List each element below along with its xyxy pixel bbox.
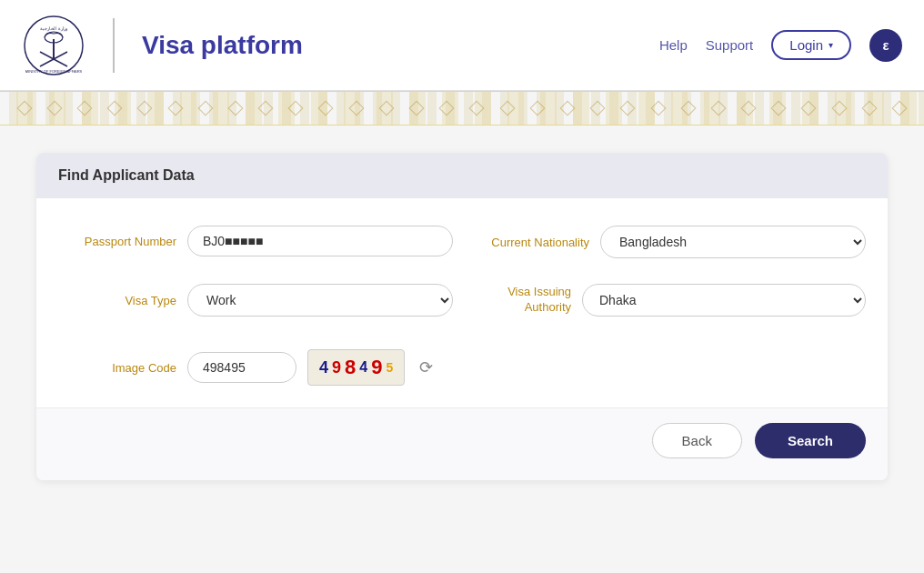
- decorative-banner: [0, 91, 924, 126]
- main-nav: Help Support Login ▾ ε: [659, 29, 902, 62]
- svg-text:وزارة الخارجية: وزارة الخارجية: [40, 25, 67, 32]
- svg-text:MINISTRY OF FOREIGN AFFAIRS: MINISTRY OF FOREIGN AFFAIRS: [25, 69, 83, 74]
- help-link[interactable]: Help: [659, 37, 688, 53]
- diamond-icon: [409, 101, 425, 116]
- diamond-icon: [348, 101, 364, 116]
- card-header: Find Applicant Data: [36, 153, 888, 198]
- diamond-icon: [529, 101, 545, 116]
- site-title: Visa platform: [142, 31, 303, 60]
- captcha-char-4: 4: [359, 359, 367, 376]
- diamond-icon: [258, 101, 274, 116]
- captcha-char-2: 9: [332, 358, 341, 377]
- passport-input[interactable]: [187, 226, 453, 256]
- main-content: Find Applicant Data Passport Number Curr…: [0, 126, 924, 508]
- diamond-row: [0, 103, 924, 114]
- card-body: Passport Number Current Nationality Bang…: [36, 198, 888, 407]
- visa-issuing-label: Visa IssuingAuthority: [471, 285, 571, 316]
- diamond-icon: [137, 101, 153, 116]
- captcha-input[interactable]: [187, 352, 296, 383]
- card-title: Find Applicant Data: [58, 167, 195, 183]
- support-link[interactable]: Support: [706, 37, 754, 53]
- dropdown-arrow-icon: ▾: [829, 40, 833, 50]
- diamond-icon: [469, 101, 485, 116]
- captcha-char-6: 5: [386, 360, 393, 375]
- back-button[interactable]: Back: [652, 423, 742, 458]
- diamond-icon: [439, 101, 455, 116]
- captcha-image: 4 9 8 4 9 5: [307, 349, 405, 386]
- captcha-char-1: 4: [319, 358, 328, 377]
- image-code-cell: Image Code 4 9 8 4 9 5 ⟳: [58, 342, 453, 386]
- diamond-icon: [801, 101, 817, 116]
- diamond-icon: [197, 101, 213, 116]
- diamond-icon: [861, 101, 877, 116]
- diamond-icon: [378, 101, 394, 116]
- diamond-icon: [620, 101, 636, 116]
- diamond-icon: [318, 101, 334, 116]
- diamond-icon: [46, 101, 62, 116]
- logo-divider: [113, 18, 115, 73]
- mfa-logo: وزارة الخارجية MINISTRY OF FOREIGN AFFAI…: [22, 14, 85, 77]
- captcha-char-3: 8: [345, 356, 356, 379]
- diamond-icon: [831, 101, 847, 116]
- refresh-captcha-button[interactable]: ⟳: [416, 354, 437, 381]
- image-code-label: Image Code: [58, 361, 176, 375]
- find-applicant-card: Find Applicant Data Passport Number Curr…: [36, 153, 888, 480]
- diamond-icon: [680, 101, 696, 116]
- diamond-icon: [167, 101, 183, 116]
- page-header: وزارة الخارجية MINISTRY OF FOREIGN AFFAI…: [0, 0, 924, 91]
- passport-label: Passport Number: [58, 235, 176, 248]
- visa-issuing-row: Visa IssuingAuthority Dhaka Riyadh Jedda…: [471, 284, 866, 317]
- visa-issuing-select[interactable]: Dhaka Riyadh Jeddah Medina Dammam: [582, 284, 866, 317]
- visa-type-cell: Visa Type Work Tourist Business Student …: [58, 284, 453, 317]
- diamond-icon: [892, 101, 908, 116]
- logo-area: وزارة الخارجية MINISTRY OF FOREIGN AFFAI…: [22, 14, 303, 77]
- nationality-label: Current Nationality: [471, 236, 589, 249]
- diamond-icon: [771, 101, 787, 116]
- diamond-icon: [741, 101, 757, 116]
- diamond-icon: [559, 101, 575, 116]
- diamond-icon: [710, 101, 726, 116]
- diamond-icon: [76, 101, 92, 116]
- visa-issuing-cell: Visa IssuingAuthority Dhaka Riyadh Jedda…: [471, 284, 866, 317]
- diamond-icon: [227, 101, 243, 116]
- login-button[interactable]: Login ▾: [771, 30, 851, 60]
- user-avatar[interactable]: ε: [869, 29, 902, 62]
- passport-row: Passport Number: [58, 226, 453, 256]
- nationality-select[interactable]: Bangladesh India Pakistan Saudi Arabia U…: [600, 226, 866, 258]
- captcha-char-5: 9: [371, 356, 382, 379]
- left-column: Passport Number: [58, 226, 453, 258]
- visa-type-label: Visa Type: [58, 294, 176, 307]
- diamond-icon: [650, 101, 666, 116]
- image-code-row: Image Code 4 9 8 4 9 5 ⟳: [58, 349, 453, 386]
- visa-type-row: Visa Type Work Tourist Business Student …: [58, 284, 453, 317]
- search-button[interactable]: Search: [755, 423, 866, 458]
- card-footer: Back Search: [36, 407, 888, 480]
- diamond-icon: [499, 101, 515, 116]
- nationality-row: Current Nationality Bangladesh India Pak…: [471, 226, 866, 258]
- diamond-icon: [590, 101, 606, 116]
- visa-type-select[interactable]: Work Tourist Business Student Transit Fa…: [187, 284, 453, 317]
- right-column: Current Nationality Bangladesh India Pak…: [471, 226, 866, 258]
- diamond-icon: [288, 101, 304, 116]
- diamond-icon: [16, 101, 32, 116]
- diamond-icon: [107, 101, 123, 116]
